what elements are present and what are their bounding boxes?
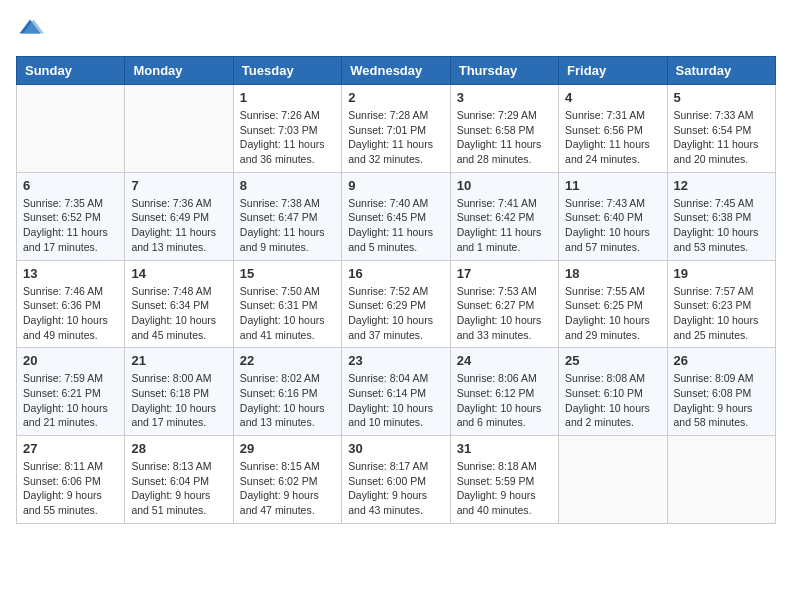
logo	[16, 16, 48, 44]
day-info: Sunrise: 7:50 AM Sunset: 6:31 PM Dayligh…	[240, 284, 335, 343]
day-number: 11	[565, 178, 660, 193]
day-number: 20	[23, 353, 118, 368]
day-info: Sunrise: 7:29 AM Sunset: 6:58 PM Dayligh…	[457, 108, 552, 167]
day-number: 29	[240, 441, 335, 456]
day-info: Sunrise: 7:57 AM Sunset: 6:23 PM Dayligh…	[674, 284, 769, 343]
calendar-cell: 4Sunrise: 7:31 AM Sunset: 6:56 PM Daylig…	[559, 85, 667, 173]
calendar-cell: 19Sunrise: 7:57 AM Sunset: 6:23 PM Dayli…	[667, 260, 775, 348]
calendar-cell	[667, 436, 775, 524]
calendar-cell	[559, 436, 667, 524]
calendar-cell: 1Sunrise: 7:26 AM Sunset: 7:03 PM Daylig…	[233, 85, 341, 173]
calendar-cell: 31Sunrise: 8:18 AM Sunset: 5:59 PM Dayli…	[450, 436, 558, 524]
day-number: 18	[565, 266, 660, 281]
calendar-cell: 11Sunrise: 7:43 AM Sunset: 6:40 PM Dayli…	[559, 172, 667, 260]
calendar-cell: 14Sunrise: 7:48 AM Sunset: 6:34 PM Dayli…	[125, 260, 233, 348]
weekday-header-monday: Monday	[125, 57, 233, 85]
calendar-week-row: 20Sunrise: 7:59 AM Sunset: 6:21 PM Dayli…	[17, 348, 776, 436]
day-info: Sunrise: 8:04 AM Sunset: 6:14 PM Dayligh…	[348, 371, 443, 430]
day-number: 22	[240, 353, 335, 368]
calendar-cell: 27Sunrise: 8:11 AM Sunset: 6:06 PM Dayli…	[17, 436, 125, 524]
day-number: 21	[131, 353, 226, 368]
calendar-cell: 24Sunrise: 8:06 AM Sunset: 6:12 PM Dayli…	[450, 348, 558, 436]
calendar-cell: 30Sunrise: 8:17 AM Sunset: 6:00 PM Dayli…	[342, 436, 450, 524]
page-header	[16, 16, 776, 44]
day-number: 31	[457, 441, 552, 456]
day-number: 30	[348, 441, 443, 456]
weekday-header-tuesday: Tuesday	[233, 57, 341, 85]
calendar-cell: 28Sunrise: 8:13 AM Sunset: 6:04 PM Dayli…	[125, 436, 233, 524]
day-info: Sunrise: 8:06 AM Sunset: 6:12 PM Dayligh…	[457, 371, 552, 430]
day-info: Sunrise: 8:09 AM Sunset: 6:08 PM Dayligh…	[674, 371, 769, 430]
calendar-cell: 2Sunrise: 7:28 AM Sunset: 7:01 PM Daylig…	[342, 85, 450, 173]
day-info: Sunrise: 7:43 AM Sunset: 6:40 PM Dayligh…	[565, 196, 660, 255]
day-number: 10	[457, 178, 552, 193]
day-number: 25	[565, 353, 660, 368]
day-number: 17	[457, 266, 552, 281]
day-number: 12	[674, 178, 769, 193]
day-info: Sunrise: 7:41 AM Sunset: 6:42 PM Dayligh…	[457, 196, 552, 255]
day-number: 3	[457, 90, 552, 105]
day-info: Sunrise: 8:08 AM Sunset: 6:10 PM Dayligh…	[565, 371, 660, 430]
weekday-header-wednesday: Wednesday	[342, 57, 450, 85]
day-number: 6	[23, 178, 118, 193]
calendar-cell: 29Sunrise: 8:15 AM Sunset: 6:02 PM Dayli…	[233, 436, 341, 524]
day-number: 4	[565, 90, 660, 105]
logo-icon	[16, 16, 44, 44]
day-info: Sunrise: 7:36 AM Sunset: 6:49 PM Dayligh…	[131, 196, 226, 255]
day-number: 15	[240, 266, 335, 281]
day-number: 13	[23, 266, 118, 281]
weekday-header-friday: Friday	[559, 57, 667, 85]
weekday-header-thursday: Thursday	[450, 57, 558, 85]
calendar-cell: 23Sunrise: 8:04 AM Sunset: 6:14 PM Dayli…	[342, 348, 450, 436]
day-info: Sunrise: 7:59 AM Sunset: 6:21 PM Dayligh…	[23, 371, 118, 430]
calendar-cell: 16Sunrise: 7:52 AM Sunset: 6:29 PM Dayli…	[342, 260, 450, 348]
calendar-cell: 7Sunrise: 7:36 AM Sunset: 6:49 PM Daylig…	[125, 172, 233, 260]
day-info: Sunrise: 8:11 AM Sunset: 6:06 PM Dayligh…	[23, 459, 118, 518]
day-number: 1	[240, 90, 335, 105]
calendar-week-row: 13Sunrise: 7:46 AM Sunset: 6:36 PM Dayli…	[17, 260, 776, 348]
day-number: 23	[348, 353, 443, 368]
day-number: 9	[348, 178, 443, 193]
day-info: Sunrise: 7:45 AM Sunset: 6:38 PM Dayligh…	[674, 196, 769, 255]
day-number: 19	[674, 266, 769, 281]
calendar-cell: 12Sunrise: 7:45 AM Sunset: 6:38 PM Dayli…	[667, 172, 775, 260]
calendar-cell: 8Sunrise: 7:38 AM Sunset: 6:47 PM Daylig…	[233, 172, 341, 260]
calendar-cell: 13Sunrise: 7:46 AM Sunset: 6:36 PM Dayli…	[17, 260, 125, 348]
calendar-cell: 26Sunrise: 8:09 AM Sunset: 6:08 PM Dayli…	[667, 348, 775, 436]
day-number: 7	[131, 178, 226, 193]
calendar-cell	[17, 85, 125, 173]
day-info: Sunrise: 8:02 AM Sunset: 6:16 PM Dayligh…	[240, 371, 335, 430]
day-number: 2	[348, 90, 443, 105]
calendar-cell: 20Sunrise: 7:59 AM Sunset: 6:21 PM Dayli…	[17, 348, 125, 436]
calendar-cell: 17Sunrise: 7:53 AM Sunset: 6:27 PM Dayli…	[450, 260, 558, 348]
day-number: 28	[131, 441, 226, 456]
day-info: Sunrise: 7:26 AM Sunset: 7:03 PM Dayligh…	[240, 108, 335, 167]
weekday-header-saturday: Saturday	[667, 57, 775, 85]
calendar-week-row: 27Sunrise: 8:11 AM Sunset: 6:06 PM Dayli…	[17, 436, 776, 524]
day-number: 26	[674, 353, 769, 368]
calendar-cell	[125, 85, 233, 173]
calendar-cell: 18Sunrise: 7:55 AM Sunset: 6:25 PM Dayli…	[559, 260, 667, 348]
day-info: Sunrise: 7:55 AM Sunset: 6:25 PM Dayligh…	[565, 284, 660, 343]
calendar-cell: 22Sunrise: 8:02 AM Sunset: 6:16 PM Dayli…	[233, 348, 341, 436]
day-info: Sunrise: 8:17 AM Sunset: 6:00 PM Dayligh…	[348, 459, 443, 518]
day-info: Sunrise: 7:40 AM Sunset: 6:45 PM Dayligh…	[348, 196, 443, 255]
day-info: Sunrise: 7:38 AM Sunset: 6:47 PM Dayligh…	[240, 196, 335, 255]
calendar-table: SundayMondayTuesdayWednesdayThursdayFrid…	[16, 56, 776, 524]
day-number: 5	[674, 90, 769, 105]
day-number: 27	[23, 441, 118, 456]
day-info: Sunrise: 8:00 AM Sunset: 6:18 PM Dayligh…	[131, 371, 226, 430]
weekday-header-sunday: Sunday	[17, 57, 125, 85]
calendar-cell: 25Sunrise: 8:08 AM Sunset: 6:10 PM Dayli…	[559, 348, 667, 436]
day-info: Sunrise: 8:18 AM Sunset: 5:59 PM Dayligh…	[457, 459, 552, 518]
day-info: Sunrise: 7:46 AM Sunset: 6:36 PM Dayligh…	[23, 284, 118, 343]
day-info: Sunrise: 7:48 AM Sunset: 6:34 PM Dayligh…	[131, 284, 226, 343]
calendar-cell: 21Sunrise: 8:00 AM Sunset: 6:18 PM Dayli…	[125, 348, 233, 436]
weekday-header-row: SundayMondayTuesdayWednesdayThursdayFrid…	[17, 57, 776, 85]
calendar-week-row: 1Sunrise: 7:26 AM Sunset: 7:03 PM Daylig…	[17, 85, 776, 173]
calendar-cell: 10Sunrise: 7:41 AM Sunset: 6:42 PM Dayli…	[450, 172, 558, 260]
day-info: Sunrise: 7:33 AM Sunset: 6:54 PM Dayligh…	[674, 108, 769, 167]
day-info: Sunrise: 8:15 AM Sunset: 6:02 PM Dayligh…	[240, 459, 335, 518]
day-number: 8	[240, 178, 335, 193]
day-info: Sunrise: 7:31 AM Sunset: 6:56 PM Dayligh…	[565, 108, 660, 167]
